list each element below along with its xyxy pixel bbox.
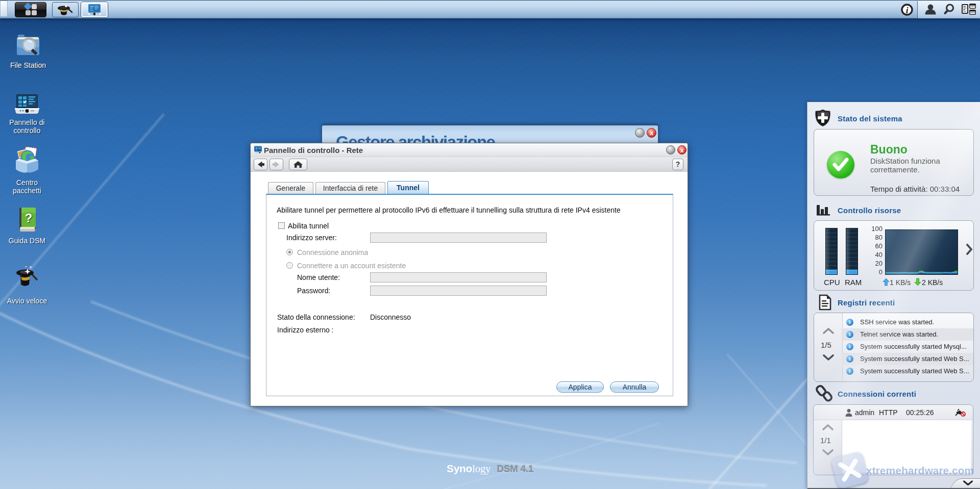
svg-text:?: ?	[25, 211, 33, 225]
svg-text:i: i	[906, 6, 909, 15]
